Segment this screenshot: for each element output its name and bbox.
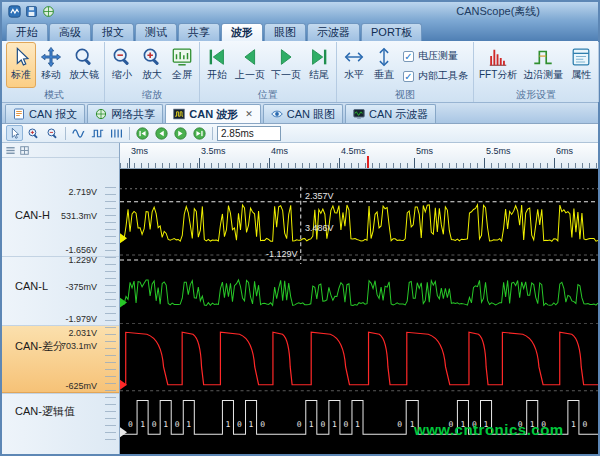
properties-button[interactable]: 属性 (566, 42, 596, 88)
zoom-out-tool[interactable] (44, 125, 61, 141)
horizontal-button[interactable]: 水平 (339, 42, 369, 88)
ribbon-tab-start[interactable]: 开始 (6, 23, 48, 41)
button-label: 缩小 (112, 69, 132, 80)
channel-name-canlogic[interactable]: CAN-逻辑值 (15, 404, 75, 419)
ribbon-tab-share[interactable]: 共享 (178, 23, 220, 41)
button-label: 开始 (207, 69, 227, 80)
first-frame-icon (136, 127, 149, 140)
doc-tab-can-eye[interactable]: CAN 眼图 (263, 104, 343, 123)
fft-analysis-button[interactable]: FFT分析 (476, 42, 520, 88)
time-position-input[interactable] (217, 126, 281, 141)
full-screen-button[interactable]: 全屏 (167, 42, 197, 88)
ruler-major-tick (554, 158, 555, 168)
inner-toolbar-checkbox[interactable]: ✓ 内部工具条 (403, 69, 468, 83)
horizontal-arrows-icon (343, 46, 365, 68)
zoom-in-button[interactable]: 放大 (137, 42, 167, 88)
magnifier-icon (73, 46, 95, 68)
doc-tab-can-oscilloscope[interactable]: CAN 示波器 (345, 104, 436, 123)
ruler-tick-label: 6ms (556, 146, 573, 156)
can-logic-baseline-marker (120, 427, 127, 437)
device-connect-icon[interactable] (42, 5, 55, 18)
candiff-vmax-label: 2.031V (68, 328, 97, 338)
channel-name-candiff[interactable]: CAN-差分 (15, 339, 64, 354)
zoom-out-icon (46, 127, 59, 140)
analog-wave-tool[interactable] (70, 125, 87, 141)
next-frame-button[interactable] (172, 125, 189, 141)
waveform-display-area: 3ms3.5ms4ms4.5ms5ms5.5ms6ms 010101101001… (120, 143, 598, 454)
toolbar-separator (129, 127, 130, 140)
move-mode-button[interactable]: 移动 (36, 42, 66, 88)
zoom-in-tool[interactable] (25, 125, 42, 141)
ribbon-tab-advanced[interactable]: 高级 (49, 23, 91, 41)
edge-measure-button[interactable]: 边沿测量 (520, 42, 566, 88)
button-label: 水平 (344, 69, 364, 80)
go-first-frame-button[interactable] (134, 125, 151, 141)
logic-bit-label: 1 (332, 420, 337, 429)
magnifier-mode-button[interactable]: 放大镜 (66, 42, 102, 88)
ribbon-tab-messages[interactable]: 报文 (92, 23, 134, 41)
waveform-canvas[interactable]: 010101101001010101010101010 2.357V 3.486… (120, 169, 598, 454)
pulse-wave-tool[interactable] (108, 125, 125, 141)
logic-bit-label: 0 (344, 420, 349, 429)
channel-divider (2, 256, 119, 257)
button-label: 全屏 (172, 69, 192, 80)
doc-tab-can-messages[interactable]: CAN 报文 (5, 104, 85, 123)
select-cursor-tool[interactable] (6, 125, 23, 141)
doc-tab-can-waveform[interactable]: CAN 波形 ✕ (165, 104, 260, 123)
digital-wave-tool[interactable] (89, 125, 106, 141)
voltage-measure-checkbox[interactable]: ✓ 电压测量 (403, 49, 468, 63)
cursor-top-voltage-label: 2.357V (305, 191, 334, 201)
ribbon-tab-test[interactable]: 测试 (135, 23, 177, 41)
go-end-button[interactable]: 结尾 (304, 42, 334, 88)
prev-page-icon (239, 46, 261, 68)
vertical-button[interactable]: 垂直 (369, 42, 399, 88)
channel-grid-icon[interactable] (19, 145, 30, 156)
ruler-cursor-marker[interactable] (367, 156, 369, 168)
canh-vmin-label: -1.656V (65, 245, 97, 255)
standard-mode-button[interactable]: 标准 (6, 42, 36, 88)
selected-channel-highlight (2, 325, 119, 393)
channel-list-icon[interactable] (5, 145, 16, 156)
ruler-major-tick (414, 158, 415, 168)
canl-vmax-label: 1.229V (68, 255, 97, 265)
go-last-frame-button[interactable] (191, 125, 208, 141)
channel-divider (2, 393, 119, 394)
sine-wave-icon (72, 127, 85, 140)
ribbon-group-wave-settings: FFT分析 边沿测量 属性 波形设置 (474, 42, 599, 102)
save-icon[interactable] (25, 5, 38, 18)
ruler-minor-ticks (120, 163, 598, 168)
logic-bit-label: 0 (320, 420, 325, 429)
logic-bit-label: 0 (237, 420, 242, 429)
next-page-button[interactable]: 下一页 (268, 42, 304, 88)
channel-name-canl[interactable]: CAN-L (15, 280, 48, 292)
zoom-out-button[interactable]: 缩小 (107, 42, 137, 88)
edge-measure-icon (532, 46, 554, 68)
ruler-tick-label: 5.5ms (486, 146, 511, 156)
prev-frame-button[interactable] (153, 125, 170, 141)
prev-page-button[interactable]: 上一页 (232, 42, 268, 88)
ribbon-tab-eye[interactable]: 眼图 (264, 23, 306, 41)
doc-tab-label: 网络共享 (111, 107, 155, 122)
close-tab-icon[interactable]: ✕ (245, 109, 253, 119)
app-icon[interactable] (8, 5, 21, 18)
window-title: CANScope(离线) (456, 4, 540, 19)
channel-name-canh[interactable]: CAN-H (15, 209, 50, 221)
cursor-bottom-voltage-label: -1.129V (266, 249, 298, 259)
channel-divider (2, 325, 119, 326)
last-frame-icon (193, 127, 206, 140)
go-start-button[interactable]: 开始 (202, 42, 232, 88)
voltage-scale-ticks (105, 187, 116, 446)
button-label: 放大 (142, 69, 162, 80)
checkbox-label: 电压测量 (418, 49, 458, 63)
ribbon-tab-port[interactable]: PORT板 (361, 23, 422, 41)
ribbon-group-view: 水平 垂直 ✓ 电压测量 ✓ 内部工具条 视图 (337, 42, 474, 102)
square-wave-icon (91, 127, 104, 140)
channel-panel: 2.719V CAN-H 531.3mV -1.656V 1.229V CAN-… (2, 143, 120, 454)
prev-frame-icon (155, 127, 168, 140)
ribbon-body: 标准 移动 放大镜 模式 缩小 (2, 41, 598, 103)
logic-bit-label: 1 (226, 420, 231, 429)
ribbon-tab-oscilloscope[interactable]: 示波器 (307, 23, 360, 41)
ribbon-tab-waveform[interactable]: 波形 (221, 23, 263, 41)
doc-tab-network-share[interactable]: 网络共享 (87, 104, 163, 123)
channel-panel-header (2, 143, 119, 158)
